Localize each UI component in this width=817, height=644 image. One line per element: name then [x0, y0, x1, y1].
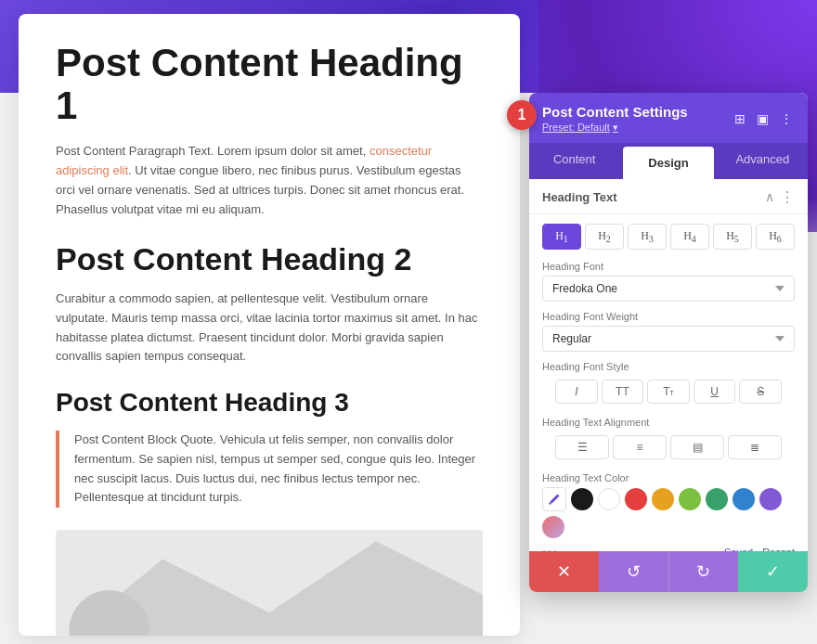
style-strikethrough-btn[interactable]: S [739, 380, 782, 404]
mountain-svg [56, 530, 483, 636]
align-justify-btn[interactable]: ≣ [728, 435, 782, 459]
section-collapse-icon[interactable]: ∧ [765, 189, 774, 205]
h6-button[interactable]: H6 [756, 224, 795, 250]
panel-copy-icon[interactable]: ▣ [755, 109, 771, 128]
h4-button[interactable]: H4 [670, 224, 709, 250]
panel-settings-icon[interactable]: ⊞ [733, 109, 747, 128]
section-icons: ∧ ⋮ [765, 188, 795, 206]
tab-content[interactable]: Content [529, 143, 619, 179]
heading-font-weight-label: Heading Font Weight [542, 311, 795, 322]
heading-font-select[interactable]: Fredoka One [542, 276, 795, 302]
post-heading-3: Post Content Heading 3 [56, 389, 483, 418]
post-heading-1: Post Content Heading 1 [56, 42, 483, 127]
h1-button[interactable]: H1 [542, 224, 581, 250]
heading-font-label: Heading Font [542, 261, 795, 272]
heading-font-style-label: Heading Font Style [542, 361, 795, 372]
align-center-btn[interactable]: ≡ [613, 435, 667, 459]
panel-body: Heading Text ∧ ⋮ H1 H2 H3 H4 H5 H6 Headi… [529, 179, 808, 592]
panel-header-icons: ⊞ ▣ ⋮ [733, 109, 795, 128]
section-title: Heading Text [542, 190, 617, 204]
align-left-btn[interactable]: ☰ [555, 435, 609, 459]
action-bar: ✕ ↺ ↻ ✓ [529, 551, 808, 592]
image-placeholder [56, 530, 483, 636]
reset-button[interactable]: ↺ [599, 551, 668, 592]
color-swatch-red[interactable] [625, 488, 647, 510]
panel-preset[interactable]: Preset: Default ▾ [542, 122, 688, 134]
section-more-icon[interactable]: ⋮ [780, 188, 795, 206]
style-tt-btn[interactable]: TT [602, 380, 644, 404]
h2-button[interactable]: H2 [585, 224, 624, 250]
color-picker-btn[interactable] [542, 487, 566, 511]
post-paragraph-1: Post Content Paragraph Text. Lorem ipsum… [56, 142, 483, 219]
heading-font-weight-field: Heading Font Weight Regular [529, 305, 808, 355]
tab-design[interactable]: Design [623, 147, 713, 179]
h-buttons-row: H1 H2 H3 H4 H5 H6 [529, 214, 808, 255]
color-swatch-green-light[interactable] [679, 488, 701, 510]
h5-button[interactable]: H5 [713, 224, 752, 250]
post-blockquote: Post Content Block Quote. Vehicula ut fe… [56, 431, 483, 508]
svg-point-2 [549, 503, 551, 505]
style-underline-btn[interactable]: U [694, 380, 736, 404]
heading-text-alignment-label: Heading Text Alignment [542, 417, 795, 428]
color-swatch-white[interactable] [598, 488, 620, 510]
eyedropper-icon [548, 493, 561, 506]
panel-more-icon[interactable]: ⋮ [778, 109, 795, 128]
style-buttons-row: I TT Tт U S [542, 376, 795, 407]
main-content-area: Post Content Heading 1 Post Content Para… [19, 14, 520, 636]
post-heading-2: Post Content Heading 2 [56, 242, 483, 277]
style-transform-btn[interactable]: Tт [647, 380, 690, 404]
tab-bar: Content Design Advanced [529, 143, 808, 179]
heading-font-field: Heading Font Fredoka One [529, 255, 808, 305]
heading-text-alignment-field: Heading Text Alignment ☰ ≡ ▤ ≣ [529, 411, 808, 467]
color-swatch-orange[interactable] [652, 488, 674, 510]
post-paragraph-2: Curabitur a commodo sapien, at pellentes… [56, 290, 483, 367]
cancel-button[interactable]: ✕ [529, 551, 599, 592]
panel-title-area: Post Content Settings Preset: Default ▾ [542, 104, 688, 134]
heading-font-style-field: Heading Font Style I TT Tт U S [529, 355, 808, 411]
tab-advanced[interactable]: Advanced [718, 143, 808, 179]
settings-panel: Post Content Settings Preset: Default ▾ … [529, 93, 808, 592]
section-heading-row: Heading Text ∧ ⋮ [529, 179, 808, 214]
panel-header: Post Content Settings Preset: Default ▾ … [529, 93, 808, 143]
color-swatches [542, 487, 795, 538]
color-swatch-gradient[interactable] [542, 516, 564, 538]
color-swatch-green[interactable] [706, 488, 728, 510]
confirm-button[interactable]: ✓ [738, 551, 808, 592]
color-swatch-blue[interactable] [733, 488, 755, 510]
panel-title: Post Content Settings [542, 104, 688, 120]
paragraph-1-start: Post Content Paragraph Text. Lorem ipsum… [56, 144, 370, 158]
heading-font-weight-select[interactable]: Regular [542, 326, 795, 352]
align-right-btn[interactable]: ▤ [670, 435, 724, 459]
h3-button[interactable]: H3 [628, 224, 667, 250]
badge-1: 1 [507, 100, 537, 130]
redo-button[interactable]: ↻ [668, 551, 739, 592]
color-swatch-purple[interactable] [759, 488, 782, 510]
color-swatch-black[interactable] [571, 488, 593, 510]
align-buttons-row: ☰ ≡ ▤ ≣ [542, 431, 795, 463]
heading-text-color-label: Heading Text Color [542, 472, 795, 483]
style-italic-btn[interactable]: I [555, 380, 598, 404]
